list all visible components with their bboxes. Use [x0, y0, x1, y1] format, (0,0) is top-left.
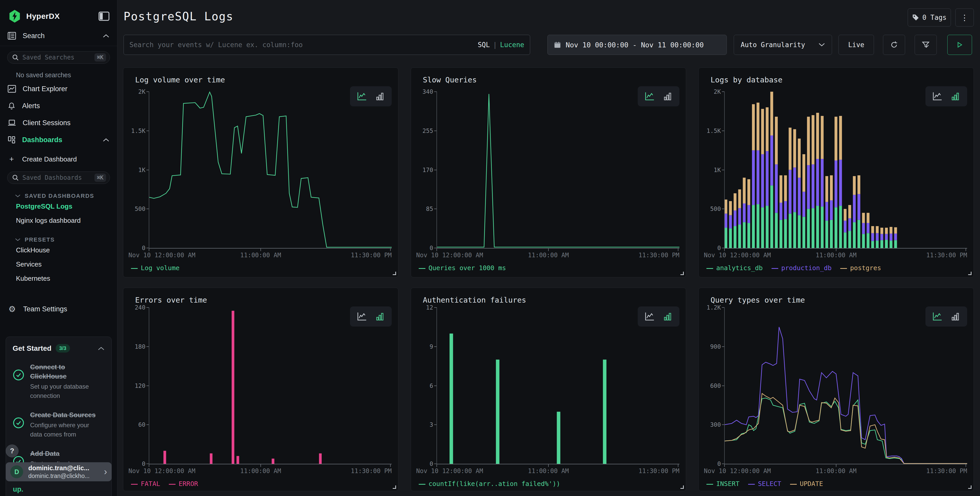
section-label[interactable]: SAVED DASHBOARDS: [15, 193, 117, 199]
tag-icon: [912, 14, 919, 21]
run-query-button[interactable]: [947, 35, 972, 55]
legend-swatch: [169, 484, 175, 485]
sidebar-item-search[interactable]: Search: [0, 29, 117, 43]
x-axis-label: 11:30:00 PM: [351, 252, 392, 259]
search-placeholder: Search your events w/ Lucene ex. column:…: [129, 41, 478, 49]
create-dashboard-button[interactable]: + Create Dashboard: [0, 152, 117, 166]
legend-swatch: [419, 268, 425, 269]
y-axis-label: 9: [430, 343, 433, 350]
sidebar-item-client-sessions[interactable]: Client Sessions: [0, 114, 117, 131]
legend-item-postgres[interactable]: postgres: [840, 264, 881, 272]
y-axis: [436, 308, 437, 464]
sidebar-item-alerts[interactable]: Alerts: [0, 97, 117, 114]
legend-swatch: [706, 484, 713, 485]
x-axis-label: 11:30:00 PM: [926, 252, 967, 259]
dashboard-link-postgresql-logs[interactable]: PostgreSQL Logs: [0, 199, 117, 214]
x-axis-label: Nov 10 12:00:00 AM: [129, 252, 195, 259]
resize-handle[interactable]: [681, 272, 684, 275]
check-circle-icon: [13, 417, 24, 439]
x-tick: [390, 464, 391, 467]
y-axis: [436, 92, 437, 248]
shortcut-badge: ⌘K: [94, 53, 106, 62]
dashboard-link-services[interactable]: Services: [0, 257, 117, 271]
resize-handle[interactable]: [968, 272, 972, 275]
legend-swatch: [419, 484, 425, 485]
get-started-item[interactable]: Connect to ClickHouseSet up your databas…: [13, 362, 105, 400]
resize-handle[interactable]: [393, 485, 396, 489]
x-axis: [149, 464, 392, 464]
y-axis-label: 1.5K: [131, 128, 145, 134]
resize-handle[interactable]: [393, 272, 396, 275]
plot-area[interactable]: 2K1.5K1K5000Nov 10 12:00:00 AM11:00:00 A…: [149, 92, 392, 248]
chart-legend: Queries over 1000 ms: [419, 264, 515, 272]
y-axis-label: 0: [717, 461, 721, 467]
granularity-select[interactable]: Auto Granularity: [734, 35, 832, 55]
legend-item-insert[interactable]: INSERT: [706, 480, 740, 488]
chart-legend: countIf(like(arr..ation failed%')): [419, 480, 569, 488]
sidebar-item-dashboards[interactable]: Dashboards: [0, 131, 117, 148]
line-series-select: [724, 327, 967, 464]
get-started-badge: 3/3: [56, 344, 70, 352]
y-axis-label: 170: [422, 167, 433, 173]
legend-item-select[interactable]: SELECT: [748, 480, 781, 488]
saved-searches-input[interactable]: Saved Searches ⌘K: [7, 51, 110, 64]
legend-item-queries-over-1000-ms[interactable]: Queries over 1000 ms: [419, 264, 506, 272]
y-axis-label: 1K: [714, 167, 721, 173]
y-axis-label: 1.5K: [707, 128, 721, 134]
filter-edit-icon: [921, 41, 930, 49]
plot-area[interactable]: 2K1.5K1K5000Nov 10 12:00:00 AM11:00:00 A…: [724, 92, 967, 248]
sidebar-item-chart-explorer[interactable]: Chart Explorer: [0, 80, 117, 97]
chart-title: Logs by database: [711, 75, 782, 84]
x-axis-label: Nov 10 12:00:00 AM: [416, 467, 483, 475]
legend-item-error[interactable]: ERROR: [169, 480, 198, 488]
get-started-item[interactable]: Create Data SourcesConfigure where your …: [13, 410, 105, 439]
sidebar-collapse-icon[interactable]: [99, 11, 110, 21]
y-axis-label: 0: [142, 461, 145, 467]
resize-handle[interactable]: [681, 485, 684, 489]
refresh-button[interactable]: [883, 35, 905, 55]
y-axis: [724, 92, 725, 248]
x-tick: [149, 249, 149, 251]
x-tick: [436, 464, 437, 467]
plot-area[interactable]: 340255170850Nov 10 12:00:00 AM11:00:00 A…: [437, 92, 679, 248]
dashboard-link-kubernetes[interactable]: Kubernetes: [0, 271, 117, 285]
filter-button[interactable]: [915, 35, 937, 55]
event-search-input[interactable]: Search your events w/ Lucene ex. column:…: [124, 35, 530, 55]
y-axis-label: 180: [135, 343, 145, 350]
chart-legend: Log volume: [131, 264, 188, 272]
user-name: dominic.tran@clic...: [28, 464, 104, 472]
x-tick: [261, 464, 261, 467]
sidebar-item-team-settings[interactable]: ⚙ Team Settings: [0, 302, 117, 316]
date-range-picker[interactable]: Nov 10 00:00:00 - Nov 11 00:00:00: [547, 35, 727, 55]
user-menu[interactable]: D dominic.tran@clic... dominic.tran@clic…: [6, 462, 112, 481]
chart-legend: INSERTSELECTUPDATE: [706, 480, 832, 488]
live-button[interactable]: Live: [838, 35, 874, 55]
legend-item-analytics-db[interactable]: analytics_db: [706, 264, 763, 272]
help-button[interactable]: ?: [6, 445, 19, 458]
chevron-up-icon[interactable]: [97, 346, 105, 351]
legend-item-update[interactable]: UPDATE: [790, 480, 823, 488]
tags-button[interactable]: 0 Tags: [908, 8, 951, 27]
x-tick: [966, 249, 966, 251]
legend-item-fatal[interactable]: FATAL: [131, 480, 160, 488]
dashboard-menu-button[interactable]: ⋮: [955, 8, 974, 27]
dashboard-link-clickhouse[interactable]: ClickHouse: [0, 243, 117, 257]
plot-area[interactable]: 240180120600Nov 10 12:00:00 AM11:00:00 A…: [149, 308, 392, 464]
legend-swatch: [131, 268, 138, 269]
chart-legend: analytics_dbproduction_dbpostgres: [706, 264, 890, 272]
legend-item-production-db[interactable]: production_db: [772, 264, 832, 272]
sql-toggle[interactable]: SQL: [478, 41, 490, 49]
plot-area[interactable]: 1.2K9006003000Nov 10 12:00:00 AM11:00:00…: [724, 308, 967, 464]
legend-item-log-volume[interactable]: Log volume: [131, 264, 180, 272]
legend-swatch: [772, 268, 778, 269]
plot-area[interactable]: 129630Nov 10 12:00:00 AM11:00:00 AM11:30…: [437, 308, 679, 464]
lucene-toggle[interactable]: Lucene: [500, 41, 524, 49]
saved-dashboards-input[interactable]: Saved Dashboards ⌘K: [7, 172, 110, 184]
dashboard-link-nginx-logs-dashboard[interactable]: Nginx logs dashboard: [0, 214, 117, 228]
x-axis-label: Nov 10 12:00:00 AM: [704, 252, 771, 259]
resize-handle[interactable]: [968, 485, 972, 489]
legend-swatch: [131, 484, 138, 485]
section-label[interactable]: PRESETS: [15, 236, 117, 243]
legend-item-countif-like-arr-ation-failed-[interactable]: countIf(like(arr..ation failed%')): [419, 480, 560, 488]
y-axis-label: 500: [135, 206, 145, 212]
